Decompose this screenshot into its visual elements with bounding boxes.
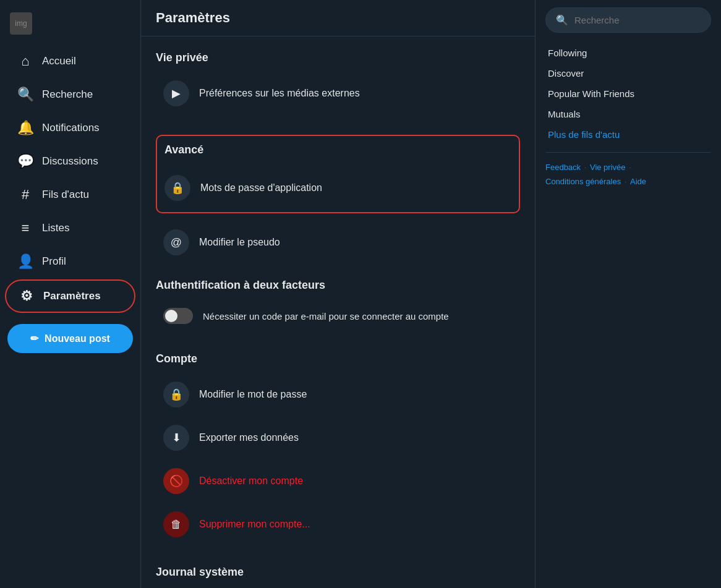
media-prefs-item[interactable]: ▶ Préférences sur les médias externes (156, 72, 520, 115)
sidebar-label-parametres: Paramètres (43, 290, 101, 302)
auth-title: Authentification à deux facteurs (156, 279, 520, 292)
search-input[interactable] (574, 15, 701, 25)
logo: img (0, 7, 140, 45)
media-prefs-label: Préférences sur les médias externes (199, 88, 360, 99)
compte-title: Compte (156, 352, 520, 365)
change-password-item[interactable]: 🔒 Modifier le mot de passe (156, 373, 520, 416)
deactivate-item[interactable]: 🚫 Désactiver mon compte (156, 459, 520, 503)
avance-highlighted-box: Avancé 🔒 Mots de passe d'application (156, 135, 520, 213)
deactivate-label: Désactiver mon compte (199, 475, 303, 487)
delete-label: Supprimer mon compte... (199, 519, 310, 530)
sidebar-item-discussions[interactable]: 💬 Discussions (5, 146, 135, 177)
sidebar-item-accueil[interactable]: ⌂ Accueil (5, 46, 135, 77)
toggle-knob (165, 310, 177, 322)
search-icon-right: 🔍 (556, 14, 568, 26)
vie-privee-title: Vie privée (156, 51, 520, 64)
page-title: Paramètres (156, 10, 520, 26)
section-journal: Journal système (141, 551, 535, 588)
sidebar-label-fils-actu: Fils d'actu (42, 189, 89, 201)
delete-account-item[interactable]: 🗑 Supprimer mon compte... (156, 503, 520, 546)
sidebar: img ⌂ Accueil 🔍 Recherche 🔔 Notification… (0, 0, 141, 588)
right-nav-discover[interactable]: Discover (545, 63, 711, 83)
bell-icon: 🔔 (17, 120, 33, 136)
at-icon: @ (171, 236, 182, 249)
gear-icon: ⚙ (19, 288, 35, 304)
journal-title: Journal système (156, 566, 520, 579)
download-icon: ⬇ (172, 431, 181, 445)
sidebar-label-discussions: Discussions (42, 155, 98, 168)
lock-icon-circle: 🔒 (164, 175, 190, 201)
lock2-icon: 🔒 (169, 388, 183, 401)
sidebar-label-listes: Listes (42, 222, 69, 234)
avance-title: Avancé (157, 138, 519, 159)
app-passwords-item[interactable]: 🔒 Mots de passe d'application (157, 166, 519, 210)
aide-link[interactable]: Aide (630, 177, 646, 186)
right-nav-popular-friends[interactable]: Popular With Friends (545, 83, 711, 104)
sidebar-label-profil: Profil (42, 255, 66, 268)
play-icon: ▶ (172, 87, 181, 100)
section-pseudo: @ Modifier le pseudo (141, 221, 535, 264)
app-passwords-label: Mots de passe d'application (200, 182, 322, 194)
change-password-label: Modifier le mot de passe (199, 389, 307, 400)
right-footer-links: Feedback · Vie privée · Conditions génér… (545, 160, 711, 189)
right-divider (545, 152, 711, 153)
search-icon: 🔍 (17, 87, 33, 103)
page-header: Paramètres (141, 0, 535, 36)
section-compte: Compte 🔒 Modifier le mot de passe ⬇ Expo… (141, 338, 535, 551)
search-box[interactable]: 🔍 (545, 7, 711, 33)
new-post-label: Nouveau post (45, 333, 110, 344)
lock2-icon-circle: 🔒 (163, 381, 189, 407)
vie-privee-link[interactable]: Vie privée (590, 163, 626, 172)
section-auth: Authentification à deux facteurs Nécessi… (141, 264, 535, 338)
ban-icon: 🚫 (169, 474, 183, 488)
new-post-icon: ✏ (30, 333, 38, 344)
sidebar-item-fils-actu[interactable]: # Fils d'actu (5, 179, 135, 210)
sidebar-label-recherche: Recherche (42, 88, 93, 101)
edit-pseudo-item[interactable]: @ Modifier le pseudo (156, 221, 520, 264)
email-code-toggle[interactable] (163, 308, 193, 324)
right-nav-more-feeds[interactable]: Plus de fils d'actu (545, 124, 711, 145)
right-nav-following[interactable]: Following (545, 43, 711, 63)
section-vie-privee: Vie privée ▶ Préférences sur les médias … (141, 36, 535, 120)
deactivate-icon-circle: 🚫 (163, 468, 189, 494)
sidebar-item-recherche[interactable]: 🔍 Recherche (5, 79, 135, 110)
email-code-label: Nécessiter un code par e-mail pour se co… (203, 311, 449, 322)
play-icon-circle: ▶ (163, 80, 189, 106)
sidebar-item-listes[interactable]: ≡ Listes (5, 213, 135, 244)
profile-icon: 👤 (17, 254, 33, 270)
trash-icon-circle: 🗑 (163, 511, 189, 537)
download-icon-circle: ⬇ (163, 425, 189, 451)
sidebar-label-accueil: Accueil (42, 55, 76, 67)
right-sidebar: 🔍 Following Discover Popular With Friend… (535, 0, 721, 588)
logo-image: img (10, 12, 32, 35)
export-data-label: Exporter mes données (199, 432, 299, 443)
sidebar-label-notifications: Notifications (42, 122, 100, 134)
edit-pseudo-label: Modifier le pseudo (199, 237, 280, 248)
right-nav-mutuals[interactable]: Mutuals (545, 104, 711, 124)
list-icon: ≡ (17, 220, 33, 236)
at-icon-circle: @ (163, 229, 189, 255)
section-avance: Avancé 🔒 Mots de passe d'application (141, 120, 535, 221)
trash-icon: 🗑 (171, 518, 182, 531)
sidebar-item-notifications[interactable]: 🔔 Notifications (5, 113, 135, 143)
hash-icon: # (17, 187, 33, 203)
chat-icon: 💬 (17, 153, 33, 169)
auth-toggle-row: Nécessiter un code par e-mail pour se co… (156, 299, 520, 333)
sidebar-item-profil[interactable]: 👤 Profil (5, 246, 135, 277)
lock-icon: 🔒 (171, 181, 184, 195)
conditions-link[interactable]: Conditions générales (545, 177, 621, 186)
main-content: Paramètres Vie privée ▶ Préférences sur … (141, 0, 535, 588)
sidebar-item-parametres[interactable]: ⚙ Paramètres (5, 279, 135, 313)
export-data-item[interactable]: ⬇ Exporter mes données (156, 416, 520, 459)
new-post-button[interactable]: ✏ Nouveau post (7, 324, 133, 353)
feedback-link[interactable]: Feedback (545, 163, 581, 172)
home-icon: ⌂ (17, 53, 33, 69)
